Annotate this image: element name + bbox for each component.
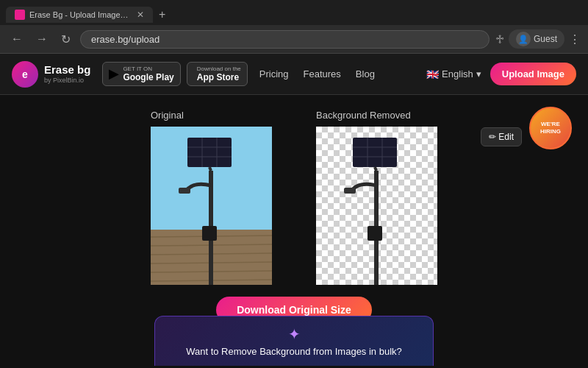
logo-area: e Erase bg by PixelBin.io [12, 61, 90, 88]
reload-button[interactable]: ↻ [57, 31, 74, 48]
original-label: Original [151, 110, 184, 121]
app-store-name: App Store [197, 72, 241, 82]
edit-button[interactable]: ✏ Edit [481, 127, 522, 146]
svg-rect-27 [368, 226, 382, 241]
svg-text:e: e [22, 68, 28, 80]
language-label: English [442, 68, 473, 79]
edit-button-area: ✏ Edit [481, 127, 522, 146]
profile-icon: 👤 [516, 32, 531, 46]
pricing-link[interactable]: Pricing [259, 68, 289, 79]
features-link[interactable]: Features [304, 68, 341, 79]
url-input[interactable] [80, 30, 490, 49]
bulk-icon: ✦ [288, 325, 301, 343]
extensions-icon[interactable]: ♱ [495, 32, 504, 46]
google-play-text: GET IT ON Google Play [123, 66, 173, 83]
svg-line-25 [375, 167, 376, 171]
app-container: e Erase bg by PixelBin.io ▶ GET IT ON Go… [0, 54, 588, 368]
profile-button[interactable]: 👤 Guest [509, 29, 564, 49]
removed-bg-image [316, 127, 437, 285]
menu-icon[interactable]: ⋮ [569, 32, 581, 46]
logo-text-area: Erase bg by PixelBin.io [44, 63, 90, 85]
google-play-badge[interactable]: ▶ GET IT ON Google Play [102, 62, 180, 87]
images-section: Original [15, 110, 573, 285]
tab-title: Erase Bg - Upload Images to ... [29, 10, 132, 19]
language-selector[interactable]: 🇬🇧 English ▾ [426, 68, 481, 80]
main-content: Original [0, 95, 588, 366]
logo-icon: e [12, 61, 38, 88]
tab-bar: Erase Bg - Upload Images to ... ✕ + [0, 0, 588, 25]
logo-subtext: by PixelBin.io [44, 77, 90, 85]
back-button[interactable]: ← [7, 31, 26, 47]
address-bar: ← → ↻ ♱ 👤 Guest ⋮ [0, 25, 588, 53]
app-header: e Erase bg by PixelBin.io ▶ GET IT ON Go… [0, 54, 588, 95]
header-nav: Pricing Features Blog [259, 68, 375, 79]
checkerboard-bg [316, 127, 437, 285]
bg-removed-label: Background Removed [316, 110, 411, 121]
tab-favicon [15, 10, 25, 20]
new-tab-button[interactable]: + [153, 8, 171, 21]
flag-icon: 🇬🇧 [426, 68, 439, 80]
svg-line-16 [209, 167, 211, 171]
google-play-icon: ▶ [109, 66, 119, 82]
original-panel: Original [151, 110, 272, 285]
chevron-down-icon: ▾ [476, 68, 481, 79]
removed-image-svg [316, 127, 437, 285]
store-badges: ▶ GET IT ON Google Play Download on the … [102, 62, 247, 87]
forward-button[interactable]: → [32, 31, 51, 47]
app-store-badge[interactable]: Download on the App Store [187, 62, 248, 87]
svg-rect-17 [179, 188, 190, 194]
bulk-banner[interactable]: ✦ Want to Remove Background from Images … [154, 316, 434, 366]
bulk-banner-text: Want to Remove Background from Images in… [186, 346, 402, 357]
hiring-badge-line1: WE'RE [541, 121, 560, 128]
google-play-name: Google Play [123, 72, 173, 82]
original-image [151, 127, 272, 285]
browser-actions: ♱ 👤 Guest ⋮ [495, 29, 581, 49]
original-image-svg [151, 127, 272, 285]
svg-rect-20 [353, 138, 397, 167]
app-store-text: Download on the App Store [197, 66, 241, 83]
svg-rect-18 [202, 226, 217, 241]
hiring-badge-line2: HIRING [540, 128, 561, 135]
blog-link[interactable]: Blog [356, 68, 375, 79]
app-store-pre: Download on the [197, 66, 241, 73]
upload-image-button[interactable]: Upload Image [490, 63, 576, 85]
google-play-pre: GET IT ON [123, 66, 173, 73]
hiring-badge[interactable]: WE'RE HIRING [529, 107, 572, 149]
tab-close-button[interactable]: ✕ [137, 10, 144, 20]
browser-chrome: Erase Bg - Upload Images to ... ✕ + ← → … [0, 0, 588, 54]
active-tab[interactable]: Erase Bg - Upload Images to ... ✕ [6, 7, 153, 23]
svg-rect-11 [187, 138, 232, 167]
logo-text: Erase bg [44, 63, 90, 77]
removed-bg-panel: Background Removed [316, 110, 437, 285]
profile-label: Guest [534, 34, 557, 44]
svg-rect-26 [344, 188, 356, 194]
